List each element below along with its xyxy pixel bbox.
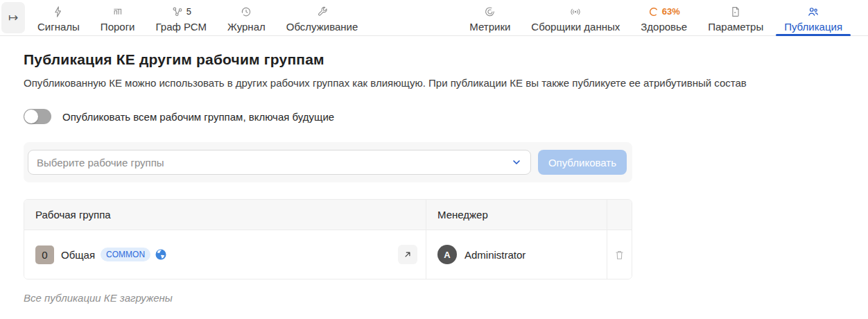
publish-all-toggle[interactable] [24, 109, 51, 124]
health-percent-badge: 63% [662, 6, 680, 17]
arrow-up-right-icon [403, 250, 413, 259]
workgroup-select-panel: Выберите рабочие группы Опубликовать [24, 142, 632, 182]
column-header-manager: Менеджер [426, 200, 607, 230]
collapse-arrow-icon: ↦ [8, 10, 18, 25]
globe-icon [155, 248, 167, 261]
bar-chart-icon [112, 6, 124, 18]
tab-label: Метрики [469, 20, 510, 34]
page-description: Опубликованную КЕ можно использовать в д… [24, 77, 844, 89]
table-header-row: Рабочая группа Менеджер [24, 200, 632, 230]
publish-button[interactable]: Опубликовать [538, 150, 627, 175]
tab-metrics[interactable]: Метрики [461, 0, 519, 35]
tab-parameters[interactable]: Параметры [700, 0, 772, 35]
select-placeholder: Выберите рабочие группы [37, 157, 511, 169]
publish-all-toggle-row: Опубликовать всем рабочим группам, включ… [24, 109, 844, 124]
graph-nodes-icon [171, 6, 184, 18]
manager-cell: A Administrator [426, 230, 607, 279]
wrench-icon [316, 6, 329, 18]
graph-count-badge: 5 [186, 6, 191, 17]
lightning-icon [52, 6, 64, 18]
delete-publication-button[interactable] [614, 249, 625, 261]
tab-label: Параметры [708, 20, 763, 34]
workgroup-name: Общая [61, 249, 95, 261]
workgroup-count-badge: 0 [35, 245, 54, 264]
toggle-knob [24, 110, 38, 123]
metrics-spiral-icon [484, 6, 496, 18]
tab-label: Граф РСМ [156, 20, 207, 34]
toggle-label: Опубликовать всем рабочим группам, включ… [62, 111, 334, 123]
table-row: 0 Общая COMMON A Administrator [24, 230, 632, 279]
tab-label: Сигналы [37, 20, 80, 34]
tab-bar: ↦ Сигналы Пороги 5 Граф РСМ Журнал Обслу… [0, 0, 868, 36]
publications-table: Рабочая группа Менеджер 0 Общая COMMON A… [24, 199, 632, 279]
tab-health[interactable]: 63% Здоровье [632, 0, 695, 35]
collapse-sidebar-button[interactable]: ↦ [1, 2, 25, 33]
tab-label: Публикация [784, 20, 842, 34]
chevron-down-icon [511, 157, 522, 168]
column-header-workgroup: Рабочая группа [24, 200, 426, 230]
health-gauge-icon [648, 6, 659, 17]
manager-name: Administrator [465, 249, 526, 261]
manager-avatar: A [437, 245, 457, 264]
trash-icon [614, 249, 625, 261]
publication-page: Публикация КЕ другим рабочим группам Опу… [0, 51, 868, 304]
tab-label: Пороги [101, 20, 135, 34]
tab-label: Здоровье [641, 20, 687, 34]
antenna-signal-icon [568, 6, 582, 18]
actions-cell [607, 230, 632, 279]
users-icon [806, 6, 820, 18]
open-workgroup-button[interactable] [398, 245, 417, 264]
tab-label: Обслуживание [286, 20, 358, 34]
tab-rsm-graph[interactable]: 5 Граф РСМ [148, 0, 215, 35]
page-title: Публикация КЕ другим рабочим группам [24, 51, 844, 68]
tab-journal[interactable]: Журнал [219, 0, 274, 35]
workgroup-select[interactable]: Выберите рабочие группы [28, 150, 531, 175]
footer-note: Все публикации КЕ загружены [24, 292, 844, 304]
tab-maintenance[interactable]: Обслуживание [278, 0, 367, 35]
tab-signals[interactable]: Сигналы [29, 0, 88, 35]
column-header-actions [607, 200, 632, 230]
tab-label: Журнал [227, 20, 266, 34]
tab-publication[interactable]: Публикация [776, 0, 851, 35]
workgroup-cell: 0 Общая COMMON [24, 230, 426, 279]
tab-label: Сборщики данных [531, 20, 620, 34]
tab-thresholds[interactable]: Пороги [92, 0, 144, 35]
common-badge: COMMON [101, 248, 150, 261]
document-icon [729, 6, 742, 18]
history-clock-icon [240, 6, 252, 18]
tab-data-collectors[interactable]: Сборщики данных [523, 0, 628, 35]
